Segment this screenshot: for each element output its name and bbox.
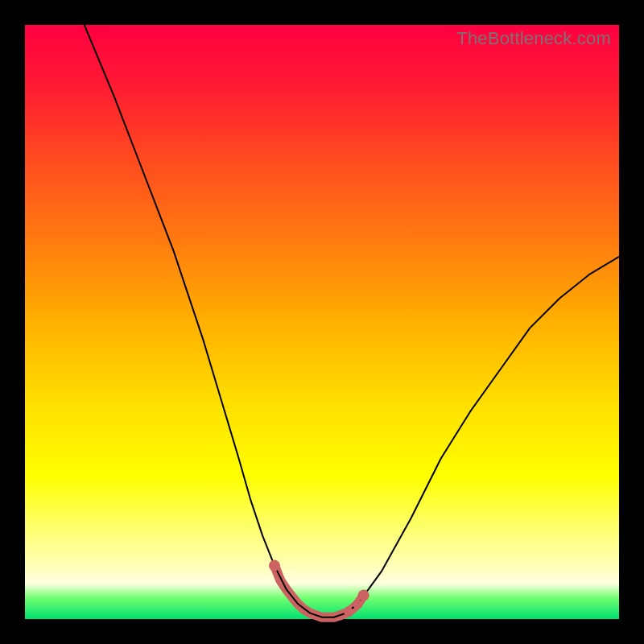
bottleneck-curve-black — [85, 25, 619, 617]
chart-frame: TheBottleneck.com — [0, 0, 644, 644]
chart-curves-svg — [25, 25, 619, 619]
red-dot-mid1 — [344, 607, 353, 617]
chart-plot-area: TheBottleneck.com — [25, 25, 619, 619]
red-dot-left — [269, 560, 280, 572]
red-dot-mid2 — [353, 600, 362, 609]
red-dot-right — [358, 589, 369, 601]
